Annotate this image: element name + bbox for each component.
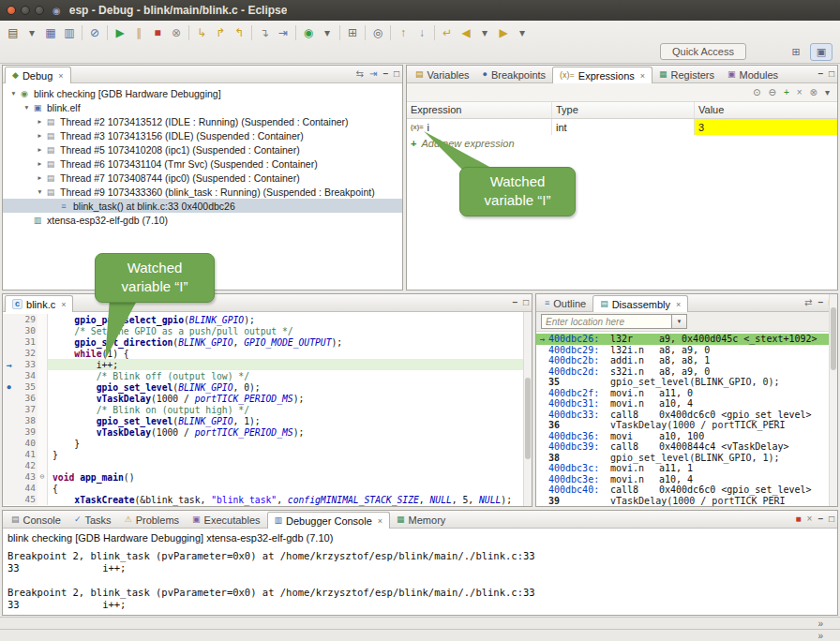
console-tab-debugger-console[interactable]: ▥Debugger Console×: [267, 512, 391, 529]
code-line[interactable]: 37 /* Blink on (output high) */: [3, 404, 532, 415]
close-tab-icon[interactable]: ×: [58, 71, 63, 81]
disassembly-source-line[interactable]: 38gpio_set_level(BLINK_GPIO, 1);: [536, 453, 837, 464]
remove-launch-icon[interactable]: ×: [807, 514, 813, 524]
instruction-stepping-mode-icon[interactable]: ⇥: [369, 69, 377, 79]
debug-perspective-button[interactable]: ▣: [810, 43, 832, 61]
debug-tree-row[interactable]: ▸▤Thread #5 1073410208 (ipc1) (Suspended…: [3, 142, 402, 157]
column-header-expression[interactable]: Expression: [407, 102, 552, 118]
view-menu-icon[interactable]: ▾: [825, 88, 830, 97]
skip-all-breakpoints-icon[interactable]: ⊘: [85, 23, 104, 42]
expander-icon[interactable]: ▸: [35, 145, 45, 154]
resume-icon[interactable]: ▶: [111, 23, 129, 42]
show-type-names-icon[interactable]: ⊙: [753, 88, 760, 97]
expander-icon[interactable]: ▸: [35, 173, 45, 182]
instruction-stepping-icon[interactable]: ⇥: [274, 23, 292, 42]
debug-tab-debug[interactable]: ◆Debug×: [5, 67, 71, 83]
back-menu-icon[interactable]: ▾: [475, 23, 494, 42]
disassembly-line[interactable]: →400dbc26:l32ra9, 0x400d045c <_stext+109…: [536, 334, 837, 345]
run-icon[interactable]: ◉: [299, 23, 318, 42]
disassembly-line[interactable]: 400dbc2d:s32i.na8, a9, 0: [536, 366, 837, 378]
maximize-view-icon[interactable]: [829, 68, 834, 79]
disassembly-line[interactable]: 400dbc33:call80x400dc6c0 <gpio_set_level…: [536, 410, 837, 421]
expander-icon[interactable]: ▸: [35, 131, 45, 140]
column-header-type[interactable]: Type: [552, 102, 695, 118]
code-line[interactable]: ●35 gpio_set_level(BLINK_GPIO, 0);: [3, 381, 532, 393]
console-output[interactable]: Breakpoint 2, blink_task (pvParameter=0x…: [3, 550, 837, 615]
close-tab-icon[interactable]: ×: [676, 300, 681, 309]
editor-tab-blink-c[interactable]: cblink.c×: [5, 295, 73, 312]
disassembly-line[interactable]: 400dbc2b:addi.na8, a8, 1: [536, 355, 837, 366]
minimize-view-icon[interactable]: [818, 68, 823, 79]
remove-all-expressions-icon[interactable]: ⊗: [810, 88, 818, 97]
minimize-view-icon[interactable]: [512, 297, 518, 307]
scrollbar-thumb[interactable]: [525, 378, 531, 459]
search-icon[interactable]: ◎: [368, 23, 387, 42]
expander-icon[interactable]: ▾: [35, 187, 45, 196]
disconnect-icon[interactable]: ⊗: [167, 23, 186, 42]
debug-tree-row[interactable]: ≡blink_task() at blink.c:33 0x400dbc26: [3, 199, 402, 213]
minimize-view-icon[interactable]: [382, 68, 388, 79]
disassembly-line[interactable]: 400dbc3e:movi.na10, 4: [536, 474, 837, 485]
minimize-button[interactable]: [21, 6, 30, 15]
disassembly-tab-disassembly[interactable]: ▤Disassembly×: [592, 295, 688, 312]
code-line[interactable]: 36 vTaskDelay(1000 / portTICK_PERIOD_MS)…: [3, 393, 532, 404]
minimize-view-icon[interactable]: [818, 297, 823, 307]
save-all-icon[interactable]: ▥: [60, 23, 79, 42]
disassembly-line[interactable]: 400dbc29:l32i.na8, a9, 0: [536, 345, 837, 356]
code-line[interactable]: 32 while(1) {: [3, 348, 532, 359]
expressions-tab-registers[interactable]: ▦Registers: [652, 67, 721, 82]
expressions-tab-expressions[interactable]: (x)=Expressions×: [552, 67, 652, 83]
disassembly-source-line[interactable]: 39vTaskDelay(1000 / portTICK_PERI: [536, 496, 837, 507]
code-line[interactable]: 34 /* Blink off (output low) */: [3, 370, 532, 381]
code-line[interactable]: →33 i++;: [3, 359, 532, 370]
code-line[interactable]: 41}: [3, 449, 532, 460]
add-expression-row[interactable]: Add new expression: [407, 135, 837, 151]
disassembly-source-line[interactable]: 35gpio_set_level(BLINK_GPIO, 0);: [536, 377, 837, 388]
next-annotation-icon[interactable]: ↓: [412, 23, 431, 42]
trim-bar-top[interactable]: [0, 617, 840, 629]
debug-tree-row[interactable]: ▾▤Thread #9 1073433360 (blink_task : Run…: [3, 185, 402, 199]
fold-icon[interactable]: ⊖: [38, 471, 48, 483]
column-header-value[interactable]: Value: [695, 102, 837, 118]
forward-menu-icon[interactable]: ▾: [513, 23, 532, 42]
expander-icon[interactable]: ▾: [22, 103, 32, 112]
disassembly-scrollbar[interactable]: [829, 332, 837, 506]
close-tab-icon[interactable]: ×: [640, 71, 645, 81]
location-input[interactable]: [541, 314, 672, 329]
disassembly-line[interactable]: 400dbc2f:movi.na11, 0: [536, 388, 837, 399]
code-line[interactable]: 31 gpio_set_direction(BLINK_GPIO, GPIO_M…: [3, 336, 532, 348]
disassembly-source-line[interactable]: 36vTaskDelay(1000 / portTICK_PERI: [536, 420, 837, 431]
code-line[interactable]: 42: [3, 460, 532, 471]
disassembly-line[interactable]: 400dbc31:movi.na10, 4: [536, 398, 837, 410]
quick-access-button[interactable]: Quick Access: [660, 43, 746, 60]
close-tab-icon[interactable]: ×: [61, 300, 66, 309]
code-editor[interactable]: 29 gpio_pad_select_gpio(BLINK_GPIO);30 /…: [3, 312, 532, 506]
debug-tree-row[interactable]: ▸▤Thread #6 1073431104 (Tmr Svc) (Suspen…: [3, 157, 402, 171]
console-tab-tasks[interactable]: ✓Tasks: [68, 512, 118, 528]
close-button[interactable]: [7, 6, 16, 15]
expressions-tab-variables[interactable]: ▤Variables: [409, 67, 476, 82]
disassembly-listing[interactable]: →400dbc26:l32ra9, 0x400d045c <_stext+109…: [536, 332, 837, 506]
last-edit-location-icon[interactable]: ↵: [438, 23, 457, 42]
drop-to-frame-icon[interactable]: ↴: [255, 23, 274, 42]
console-tab-console[interactable]: ▤Console: [5, 512, 68, 528]
suspend-icon[interactable]: ∥: [129, 23, 148, 42]
maximize-view-icon[interactable]: [394, 68, 399, 79]
code-line[interactable]: 30 /* Set the GPIO as a push/pull output…: [3, 325, 532, 336]
remove-expression-icon[interactable]: ×: [797, 88, 802, 97]
connect-icon[interactable]: ⇆: [356, 69, 364, 79]
terminate-icon[interactable]: ■: [148, 23, 167, 42]
disassembly-line[interactable]: 400dbc36:movia10, 100: [536, 431, 837, 442]
sync-with-pc-icon[interactable]: ⇄: [804, 298, 812, 307]
scrollbar-thumb[interactable]: [831, 332, 836, 370]
terminate-icon[interactable]: ■: [796, 514, 802, 524]
disassembly-tab-outline[interactable]: ≡Outline: [538, 295, 592, 311]
code-line[interactable]: 39 vTaskDelay(1000 / portTICK_PERIOD_MS)…: [3, 426, 532, 438]
code-line[interactable]: 38 gpio_set_level(BLINK_GPIO, 1);: [3, 415, 532, 426]
add-expression-icon[interactable]: +: [784, 88, 789, 97]
run-menu-icon[interactable]: ▾: [318, 23, 337, 42]
maximize-view-icon[interactable]: [829, 514, 834, 524]
console-tab-memory[interactable]: ▦Memory: [390, 512, 452, 528]
expander-icon[interactable]: ▸: [35, 159, 45, 168]
console-tab-problems[interactable]: ⚠Problems: [118, 512, 187, 528]
